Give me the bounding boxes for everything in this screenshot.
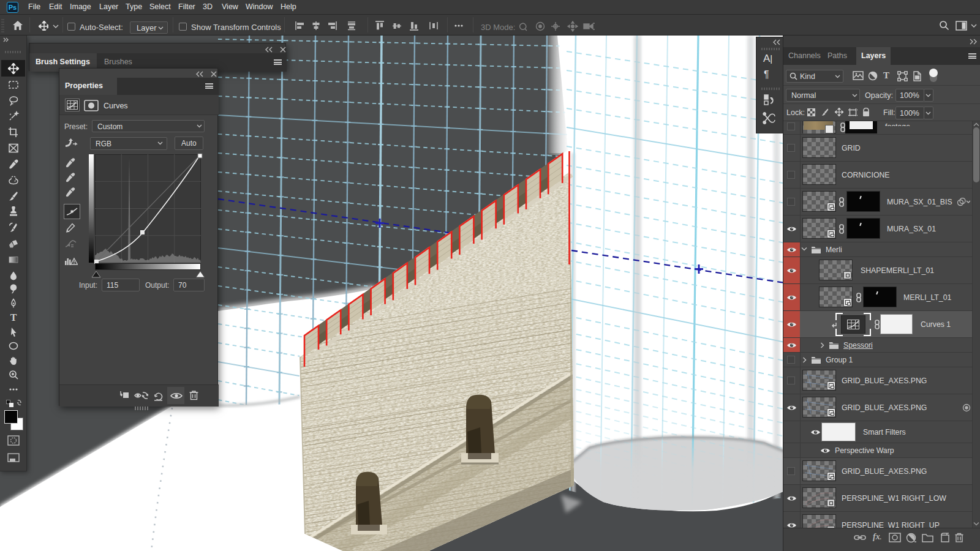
svg-text:T: T bbox=[10, 312, 17, 323]
